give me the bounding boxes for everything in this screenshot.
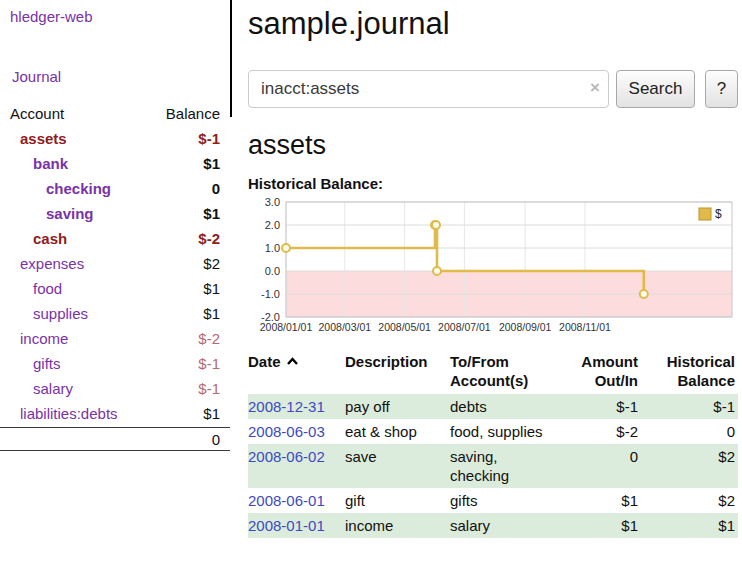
col-balance: Historical Balance (646, 350, 738, 394)
main-content: sample.journal × Search ? assets Histori… (248, 0, 738, 538)
x-tick-label: 2008/07/01 (438, 321, 491, 333)
search-button[interactable]: Search (616, 70, 695, 108)
balance-chart: 2008/01/012008/03/012008/05/012008/07/01… (248, 198, 738, 338)
search-bar: × Search ? (248, 70, 738, 108)
chart-title: Historical Balance: (248, 175, 738, 192)
register-date-cell: 2008-06-02 (248, 444, 345, 488)
register-row: 2008-06-01 gift gifts $1 $2 (248, 488, 738, 513)
accounts-total-row: 0 (0, 427, 230, 451)
register-accounts-cell: food, supplies (450, 419, 570, 444)
brand-link[interactable]: hledger-web (10, 8, 230, 25)
y-tick-label: -1.0 (261, 288, 280, 300)
account-row: assets $-1 (0, 126, 230, 151)
account-row: expenses $2 (0, 251, 230, 276)
account-row: checking 0 (0, 176, 230, 201)
register-row: 2008-06-03 eat & shop food, supplies $-2… (248, 419, 738, 444)
register-balance-cell: 0 (646, 419, 738, 444)
account-link-food[interactable]: food (0, 276, 62, 301)
register-account-line: checking (450, 466, 562, 485)
y-tick-label: -2.0 (261, 311, 280, 323)
register-amount-cell: $-1 (570, 394, 646, 419)
account-balance: $-1 (198, 376, 220, 401)
account-link-salary[interactable]: salary (0, 376, 73, 401)
register-date-cell: 2008-06-01 (248, 488, 345, 513)
register-accounts-cell: gifts (450, 488, 570, 513)
help-button[interactable]: ? (705, 70, 738, 108)
account-row: salary $-1 (0, 376, 230, 401)
register-date-link[interactable]: 2008-01-01 (248, 517, 325, 534)
account-balance: $-1 (198, 351, 220, 376)
account-link-supplies[interactable]: supplies (0, 301, 88, 326)
register-date-cell: 2008-06-03 (248, 419, 345, 444)
sidebar: hledger-web Journal Account Balance asse… (0, 0, 230, 451)
account-balance: $1 (203, 401, 220, 426)
account-row: income $-2 (0, 326, 230, 351)
register-date-link[interactable]: 2008-12-31 (248, 398, 325, 415)
account-balance: $-1 (198, 126, 220, 151)
accounts-total-value: 0 (212, 428, 220, 450)
accounts-table-header: Account Balance (0, 101, 230, 126)
data-point-marker (640, 290, 648, 298)
account-row: bank $1 (0, 151, 230, 176)
y-tick-label: 3.0 (265, 198, 280, 208)
clear-search-icon[interactable]: × (590, 78, 600, 98)
account-row: saving $1 (0, 201, 230, 226)
register-account-line: salary (450, 516, 562, 535)
register-row: 2008-01-01 income salary $1 $1 (248, 513, 738, 538)
register-balance-cell: $1 (646, 513, 738, 538)
account-link-bank[interactable]: bank (0, 151, 68, 176)
register-account-line: saving, (450, 447, 562, 466)
data-point-marker (433, 267, 441, 275)
register-date-cell: 2008-01-01 (248, 513, 345, 538)
account-link-saving[interactable]: saving (0, 201, 94, 226)
sort-ascending-icon (286, 357, 299, 366)
register-row: 2008-06-02 save saving, checking 0 $2 (248, 444, 738, 488)
x-tick-label: 2008/09/01 (499, 321, 552, 333)
account-row: cash $-2 (0, 226, 230, 251)
col-accounts-label-line2: Account(s) (450, 371, 562, 390)
col-balance-label-line2: Balance (646, 371, 735, 390)
account-balance: 0 (212, 176, 220, 201)
account-balance: $-2 (198, 226, 220, 251)
account-link-assets[interactable]: assets (0, 126, 67, 151)
account-balance: $1 (203, 201, 220, 226)
col-date[interactable]: Date (248, 350, 345, 394)
col-accounts: To/From Account(s) (450, 350, 570, 394)
nav-journal-link[interactable]: Journal (12, 68, 230, 85)
accounts-header-balance: Balance (166, 101, 220, 126)
register-date-cell: 2008-12-31 (248, 394, 345, 419)
register-description-cell: save (345, 444, 450, 488)
y-tick-label: 0.0 (265, 265, 280, 277)
col-amount: Amount Out/In (570, 350, 646, 394)
account-heading: assets (248, 130, 738, 161)
col-amount-label-line1: Amount (570, 352, 638, 371)
accounts-table: assets $-1 bank $1 checking 0 saving $1 … (0, 126, 230, 451)
register-date-link[interactable]: 2008-06-02 (248, 448, 325, 465)
account-link-liabilities-debts[interactable]: liabilities:debts (0, 401, 118, 426)
register-amount-cell: $-2 (570, 419, 646, 444)
register-accounts-cell: salary (450, 513, 570, 538)
account-link-expenses[interactable]: expenses (0, 251, 84, 276)
register-amount-cell: 0 (570, 444, 646, 488)
account-link-gifts[interactable]: gifts (0, 351, 61, 376)
page-title: sample.journal (248, 6, 738, 42)
register-amount-cell: $1 (570, 513, 646, 538)
search-input[interactable] (248, 70, 609, 108)
account-link-checking[interactable]: checking (0, 176, 111, 201)
y-tick-label: 2.0 (265, 219, 280, 231)
register-description-cell: income (345, 513, 450, 538)
register-amount-cell: $1 (570, 488, 646, 513)
x-tick-label: 2008/05/01 (378, 321, 431, 333)
register-date-link[interactable]: 2008-06-01 (248, 492, 325, 509)
col-date-label: Date (248, 353, 281, 370)
account-row: liabilities:debts $1 (0, 401, 230, 426)
account-link-cash[interactable]: cash (0, 226, 67, 251)
x-tick-label: 2008/11/01 (559, 321, 611, 333)
register-date-link[interactable]: 2008-06-03 (248, 423, 325, 440)
account-link-income[interactable]: income (0, 326, 68, 351)
register-header-row: Date Description To/From Account(s) Amou… (248, 350, 738, 394)
account-row: supplies $1 (0, 301, 230, 326)
col-accounts-label-line1: To/From (450, 352, 562, 371)
register-description-cell: eat & shop (345, 419, 450, 444)
legend-label: $ (715, 207, 722, 221)
